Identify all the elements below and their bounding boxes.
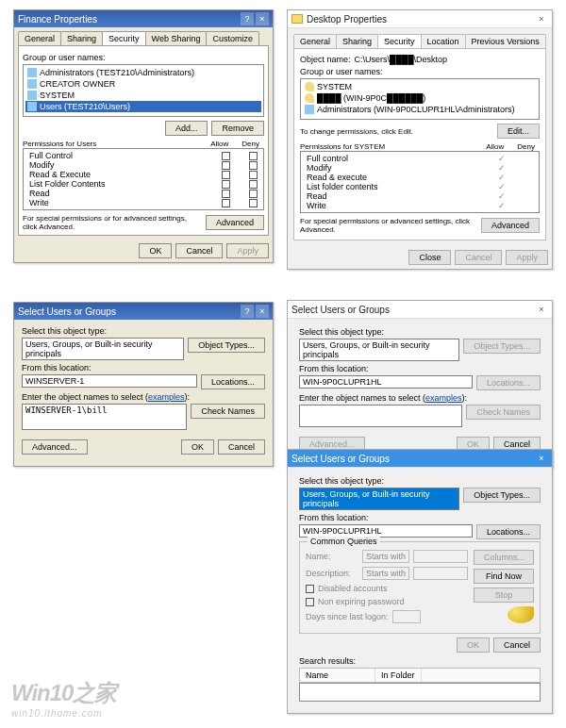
titlebar: Select Users or Groups × [288, 450, 552, 468]
object-names-input[interactable] [299, 405, 462, 427]
help-icon[interactable]: ? [241, 305, 254, 318]
object-types-button[interactable]: Object Types... [463, 339, 541, 354]
location-field: WIN-9P0CLUPR1HL [299, 524, 473, 538]
locations-button[interactable]: Locations... [476, 375, 541, 390]
close-button[interactable]: Close [408, 250, 451, 265]
objname-label: Object name: [300, 55, 351, 64]
cancel-button[interactable]: Cancel [493, 637, 541, 653]
title: Select Users or Groups [18, 306, 116, 317]
non-expiring-check[interactable] [306, 598, 314, 606]
apply-button[interactable]: Apply [506, 250, 548, 265]
tab-security[interactable]: Security [377, 34, 422, 48]
ok-button[interactable]: OK [457, 637, 490, 653]
object-types-button[interactable]: Object Types... [188, 338, 265, 353]
group-label: Group or user names: [23, 53, 264, 62]
deny-check[interactable] [249, 180, 258, 189]
close-icon[interactable]: × [256, 12, 269, 25]
tab-customize[interactable]: Customize [206, 31, 259, 45]
deny-check[interactable] [249, 199, 258, 207]
find-now-button[interactable]: Find Now [474, 569, 534, 584]
allow-check[interactable] [222, 180, 230, 189]
group-label: Group or user names: [300, 67, 540, 76]
location-label: From this location: [299, 513, 541, 522]
cancel-button[interactable]: Cancel [455, 250, 502, 265]
select-users-dialog-win7: Select Users or Groups ?× Select this ob… [13, 302, 274, 467]
common-queries-group: Common Queries Name:Starts with Descript… [299, 541, 541, 634]
ok-button[interactable]: OK [139, 243, 172, 258]
select-users-dialog-win10: Select Users or Groups × Select this obj… [287, 300, 553, 468]
title: Finance Properties [18, 14, 97, 25]
add-button[interactable]: Add... [165, 121, 208, 136]
object-type-field: Users, Groups, or Built-in security prin… [299, 488, 459, 510]
allow-check[interactable] [222, 190, 230, 198]
deny-check[interactable] [249, 152, 258, 160]
examples-link[interactable]: examples [425, 393, 462, 403]
key-icon [508, 606, 534, 623]
ok-button[interactable]: OK [181, 439, 214, 455]
tab-general[interactable]: General [293, 34, 337, 48]
examples-link[interactable]: examples [148, 392, 185, 402]
deny-check[interactable] [249, 171, 258, 179]
allow-check[interactable] [222, 171, 230, 179]
close-icon[interactable]: × [535, 452, 548, 465]
allow-check[interactable] [222, 199, 230, 207]
user-list[interactable]: SYSTEM ████ (WIN-9P0C██████) Administrat… [300, 78, 540, 120]
columns-button[interactable]: Columns... [474, 550, 534, 565]
col-folder: In Folder [375, 669, 422, 682]
locations-button[interactable]: Locations... [201, 374, 265, 389]
advanced-button[interactable]: Advanced [206, 215, 264, 230]
group-icon [27, 79, 37, 89]
check-names-button[interactable]: Check Names [466, 405, 541, 420]
tab-previous[interactable]: Previous Versions [465, 34, 546, 48]
allow-check[interactable] [222, 152, 230, 160]
tab-general[interactable]: General [18, 31, 61, 45]
deny-check[interactable] [249, 190, 258, 198]
group-icon [27, 68, 37, 77]
cancel-button[interactable]: Cancel [218, 439, 265, 455]
tabs: General Sharing Security Web Sharing Cus… [18, 31, 269, 45]
edit-button[interactable]: Edit... [497, 124, 540, 139]
objname-value: C:\Users\████\Desktop [355, 55, 448, 64]
advanced-button[interactable]: Advanced [481, 218, 540, 233]
title: Desktop Properties [307, 14, 387, 25]
locations-button[interactable]: Locations... [476, 524, 541, 539]
tab-sharing[interactable]: Sharing [336, 34, 378, 48]
cancel-button[interactable]: Cancel [175, 243, 223, 258]
tab-security[interactable]: Security [102, 31, 146, 45]
list-item: SYSTEM [303, 81, 537, 92]
select-users-advanced-dialog: Select Users or Groups × Select this obj… [287, 449, 553, 714]
name-input[interactable] [413, 550, 468, 563]
days-select[interactable] [392, 610, 421, 623]
stop-button[interactable]: Stop [474, 587, 534, 603]
desc-input[interactable] [413, 567, 468, 580]
allow-check[interactable] [222, 161, 230, 170]
list-item: Users (TEST210\Users) [25, 101, 261, 112]
desc-mode-select[interactable]: Starts with [362, 567, 409, 580]
name-mode-select[interactable]: Starts with [362, 550, 409, 563]
advanced-button[interactable]: Advanced... [22, 439, 88, 455]
check-names-button[interactable]: Check Names [191, 404, 265, 419]
apply-button[interactable]: Apply [226, 243, 269, 258]
location-label: From this location: [299, 364, 541, 373]
object-type-label: Select this object type: [22, 326, 265, 336]
help-icon[interactable]: ? [241, 12, 254, 25]
location-label: From this location: [22, 363, 265, 372]
close-icon[interactable]: × [535, 303, 548, 316]
desktop-properties-dialog: Desktop Properties × General Sharing Sec… [287, 9, 553, 270]
user-icon [305, 82, 314, 91]
tab-sharing[interactable]: Sharing [60, 31, 103, 45]
close-icon[interactable]: × [535, 12, 548, 25]
user-list[interactable]: Administrators (TEST210\Administrators) … [23, 64, 264, 117]
object-names-input[interactable] [22, 404, 187, 430]
tab-websharing[interactable]: Web Sharing [145, 31, 208, 45]
tab-location[interactable]: Location [421, 34, 466, 48]
title: Select Users or Groups [291, 454, 390, 464]
search-results-list[interactable] [299, 683, 541, 702]
close-icon[interactable]: × [256, 305, 269, 318]
remove-button[interactable]: Remove [211, 121, 264, 136]
object-types-button[interactable]: Object Types... [463, 488, 541, 503]
title: Select Users or Groups [291, 305, 390, 315]
disabled-accounts-check[interactable] [306, 585, 314, 593]
deny-check[interactable] [249, 161, 258, 170]
object-type-field: Users, Groups, or Built-in security prin… [22, 338, 184, 360]
